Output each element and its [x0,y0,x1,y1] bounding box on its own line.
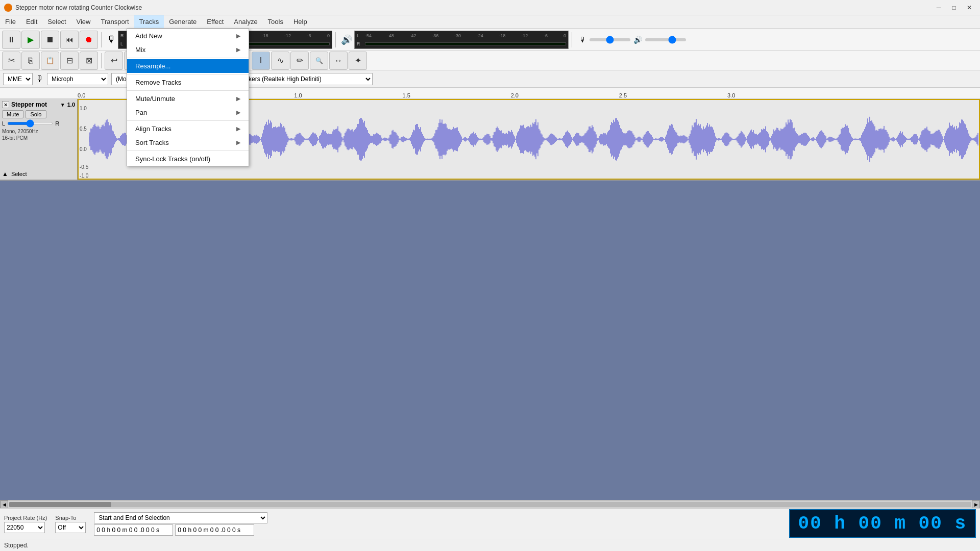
draw-tool-button[interactable]: ✏ [290,52,309,70]
menu-effect[interactable]: Effect [202,15,229,28]
undo-button[interactable]: ↩ [105,52,123,70]
undo-icon: ↩ [111,56,117,65]
volume-area: 🎙 🔊 [575,36,690,44]
ruler-tick-2: 2.0 [511,92,519,98]
mic-volume-icon: 🎙 [579,36,586,44]
paste-button[interactable]: 📋 [41,52,59,70]
pause-button[interactable]: ⏸ [2,31,20,49]
track-pan-slider[interactable] [7,122,53,125]
svg-text:-0.5: -0.5 [80,164,89,170]
close-button[interactable]: ✕ [963,2,976,13]
select-tool-button[interactable]: I [252,52,270,70]
menu-mute-unmute[interactable]: Mute/Unmute ▶ [127,92,249,106]
multi-tool-icon: ✦ [355,56,361,65]
copy-button[interactable]: ⎘ [21,52,40,70]
trim-button[interactable]: ⊟ [60,52,79,70]
menu-tracks[interactable]: Tracks [134,15,164,28]
menu-separator-5 [127,151,249,151]
track-close-button[interactable]: ✕ [2,101,9,108]
scroll-right-button[interactable]: ▶ [972,500,980,509]
menu-mix[interactable]: Mix ▶ [127,43,249,57]
multi-tool-button[interactable]: ✦ [349,52,367,70]
time-shift-button[interactable]: ↔ [329,52,348,70]
time-start-input[interactable] [94,524,173,536]
record-button[interactable]: ⏺ [80,31,98,49]
menu-sync-lock[interactable]: Sync-Lock Tracks (on/off) [127,152,249,166]
snap-to-group: Snap-To Off On [55,515,86,533]
tracks-menu: Add New ▶ Mix ▶ Resample... Remove Track… [127,29,249,166]
speaker-icon: 🔊 [341,34,352,45]
maximize-button[interactable]: □ [947,2,961,13]
toolbar-divider-2 [335,32,336,47]
ruler-tick-1: 1.0 [294,92,302,98]
window-controls: ─ □ ✕ [932,2,976,13]
audio-host-select[interactable]: MME [3,73,33,85]
menu-add-new[interactable]: Add New ▶ [127,29,249,43]
horizontal-scrollbar[interactable]: ◀ ▶ [0,500,980,508]
sort-tracks-label: Sort Tracks [135,139,169,146]
microphone-icon: 🎙 [107,34,116,45]
toolbar-divider-1 [101,32,102,47]
track-gain-display: 1.0 [67,102,75,108]
scroll-track[interactable] [9,502,971,507]
menu-transport[interactable]: Transport [95,15,134,28]
project-rate-select[interactable]: 22050 [4,522,45,533]
menu-sort-tracks[interactable]: Sort Tracks ▶ [127,136,249,149]
menu-tools[interactable]: Tools [263,15,288,28]
menu-align-tracks[interactable]: Align Tracks ▶ [127,122,249,136]
pan-label: Pan [135,109,147,116]
input-volume-slider[interactable] [590,38,630,41]
menu-edit[interactable]: Edit [21,15,42,28]
track-dropdown-arrow[interactable]: ▼ [60,102,65,108]
track-select-label[interactable]: Select [11,171,27,177]
envelope-tool-button[interactable]: ∿ [271,52,289,70]
snap-to-select[interactable]: Off On [55,522,86,533]
selection-type-select[interactable]: Start and End of Selection [94,512,267,523]
zoom-tool-button[interactable]: 🔍 [310,52,328,70]
track-collapse-button[interactable]: ▲ [2,170,8,178]
add-new-arrow: ▶ [236,33,240,39]
speaker-volume-icon: 🔊 [633,36,642,44]
title-bar: Stepper motor now rotating Counter Clock… [0,0,980,15]
remove-tracks-label: Remove Tracks [135,79,181,86]
playback-vu-meter[interactable]: L -54-48-42 -36-30-24 -18-12-6 0 R [354,31,569,49]
recording-device-select[interactable]: Microph [47,73,108,85]
stop-button[interactable]: ⏹ [41,31,59,49]
time-shift-icon: ↔ [334,56,342,65]
svg-text:0.5: 0.5 [80,126,87,132]
skip-back-button[interactable]: ⏮ [60,31,79,49]
menu-resample[interactable]: Resample... [127,59,249,73]
menu-analyze[interactable]: Analyze [229,15,262,28]
menu-view[interactable]: View [71,15,96,28]
track-right-label: R [55,120,59,127]
playback-device-select[interactable]: Speakers (Realtek High Definiti) [230,73,373,85]
output-volume-slider[interactable] [645,38,686,41]
project-rate-label: Project Rate (Hz) [4,515,47,521]
scroll-left-button[interactable]: ◀ [0,500,8,509]
menu-select[interactable]: Select [42,15,71,28]
menu-help[interactable]: Help [288,15,312,28]
menu-generate[interactable]: Generate [164,15,202,28]
scissors-icon [8,56,15,65]
silence-button[interactable]: ⊠ [80,52,98,70]
solo-button[interactable]: Solo [26,110,46,118]
snap-to-label: Snap-To [55,515,86,521]
menu-pan[interactable]: Pan ▶ [127,106,249,119]
mute-arrow: ▶ [236,95,240,102]
menu-file[interactable]: File [0,15,21,28]
envelope-tool-icon: ∿ [277,56,284,65]
minimize-button[interactable]: ─ [932,2,945,13]
window-title: Stepper motor now rotating Counter Clock… [15,4,932,11]
mix-arrow: ▶ [236,46,240,53]
menu-separator-1 [127,58,249,58]
scroll-thumb[interactable] [9,502,111,507]
cut-button[interactable] [2,52,20,70]
align-tracks-label: Align Tracks [135,125,172,133]
status-text: Stopped. [4,542,29,549]
play-button[interactable]: ▶ [21,31,40,49]
menu-separator-3 [127,90,249,91]
menu-remove-tracks[interactable]: Remove Tracks [127,76,249,89]
time-end-input[interactable] [175,524,254,536]
mute-button[interactable]: Mute [2,110,23,118]
pan-arrow: ▶ [236,109,240,116]
